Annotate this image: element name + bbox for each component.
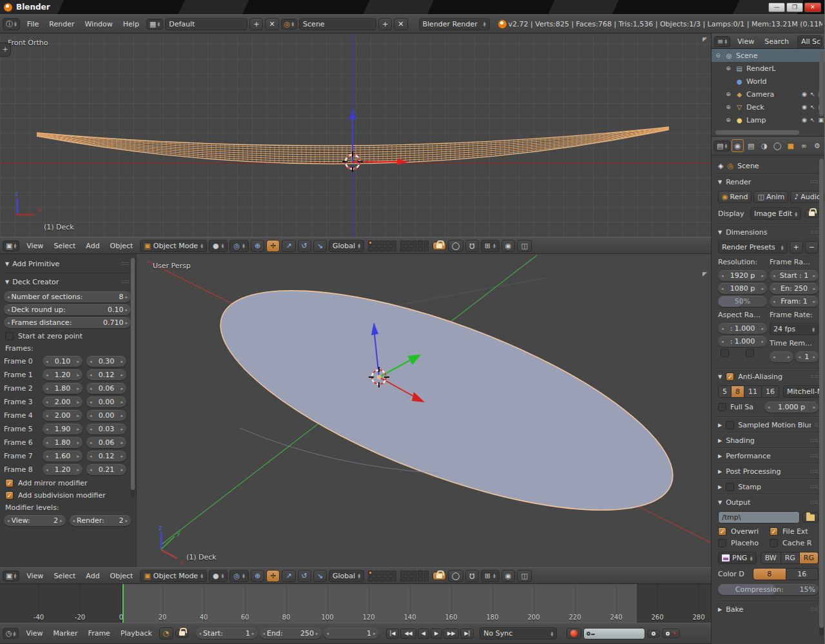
delete-keyframe-button[interactable]: ✕	[662, 629, 680, 638]
outliner-item-scene[interactable]: ⊖◎Scene	[712, 49, 825, 62]
pin-icon[interactable]: ◈	[718, 162, 723, 170]
layer-cell[interactable]	[412, 246, 417, 251]
layer-cell[interactable]	[368, 246, 373, 251]
sync-dropdown[interactable]: No Sync▲▼	[480, 627, 557, 639]
deck-round-up-field[interactable]: ◂Deck round up:0.10▸	[4, 304, 131, 315]
next-keyframe-button[interactable]: ▶▶	[443, 629, 459, 639]
crop-checkbox[interactable]	[746, 349, 754, 357]
menu-view[interactable]: View	[21, 240, 48, 252]
lock-time-button[interactable]	[175, 629, 189, 638]
region-corner-icon[interactable]: ◤	[703, 36, 707, 43]
mode-rgba[interactable]: RG	[800, 552, 819, 564]
manipulate-center-points-button[interactable]: ⊕	[251, 240, 264, 252]
section-output[interactable]: ▼Output∷∷	[717, 494, 820, 510]
translate-manipulator-button[interactable]: ↗	[282, 570, 295, 582]
frame-height-field[interactable]: ◂0.12▸	[86, 369, 126, 380]
current-frame-playhead[interactable]	[122, 584, 124, 623]
frame-width-field[interactable]: ◂2.00▸	[43, 410, 82, 421]
play-reverse-button[interactable]: ◀	[418, 629, 429, 639]
rotate-manipulator-button[interactable]: ↺	[298, 240, 311, 252]
menu-render[interactable]: Render	[44, 18, 79, 30]
scale-manipulator-button[interactable]: ↘	[313, 570, 327, 582]
frame-start-field[interactable]: ◂Start : 1▸	[770, 270, 819, 281]
layer-cell[interactable]	[412, 576, 417, 581]
add-subdivision-checkbox[interactable]: ✓	[5, 491, 14, 500]
outliner-hscrollbar[interactable]	[715, 130, 799, 135]
tool-shelf-scrollbar[interactable]	[131, 258, 135, 498]
menu-add[interactable]: Add	[81, 240, 104, 252]
frames-distance-field[interactable]: ◂Frames distance:0.710▸	[4, 317, 131, 328]
layer-cell[interactable]	[385, 246, 391, 251]
frame-start-field[interactable]: ◂Start:1▸	[196, 628, 258, 639]
tab-scene[interactable]: ◑	[758, 139, 770, 152]
menu-view[interactable]: View	[732, 35, 759, 48]
time-remap-old-field[interactable]: ◂▸	[770, 351, 793, 362]
frame-width-field[interactable]: ◂2.00▸	[43, 396, 82, 407]
opengl-render-button[interactable]: ◉	[501, 570, 516, 582]
pivot-point-dropdown[interactable]: ◎▲▼	[229, 240, 248, 252]
delete-layout-button[interactable]: ✕	[265, 18, 278, 30]
viewport-user-persp[interactable]: z y x User Persp (1) Deck ◤	[137, 254, 711, 567]
fps-dropdown[interactable]: 24 fps▲▼	[770, 323, 819, 335]
tab-render[interactable]: ◉	[732, 139, 744, 152]
menu-object[interactable]: Object	[105, 240, 139, 252]
aspect-x-field[interactable]: ◂: 1.000▸	[718, 323, 767, 334]
section-anti-aliasing[interactable]: ▼✓Anti-Aliasing∷∷	[717, 369, 820, 384]
frame-width-field[interactable]: ◂1.80▸	[43, 437, 82, 448]
maximize-button[interactable]: ❐	[786, 3, 803, 12]
expander-icon[interactable]: ⊖	[714, 52, 722, 59]
rotate-manipulator-button[interactable]: ↺	[298, 570, 311, 582]
frame-height-field[interactable]: ◂0.00▸	[86, 396, 126, 407]
frame-height-field[interactable]: ◂0.00▸	[86, 410, 126, 421]
menu-search[interactable]: Search	[759, 35, 794, 48]
menu-file[interactable]: File	[22, 18, 44, 30]
minimize-button[interactable]: —	[768, 3, 785, 12]
snap-element-dropdown[interactable]: ⊞▲▼	[481, 240, 500, 252]
translate-manipulator-button[interactable]: ↗	[282, 240, 295, 252]
current-frame-field[interactable]: ◂1▸	[324, 628, 379, 639]
frame-end-field[interactable]: ◂En: 250▸	[770, 283, 819, 294]
editor-type-button[interactable]: ▤▲▼	[713, 141, 730, 151]
overwrite-checkbox[interactable]: ✓	[718, 527, 726, 536]
play-button[interactable]: ▶	[431, 629, 442, 639]
opengl-render-anim-button[interactable]: ◫	[517, 240, 531, 252]
scale-manipulator-button[interactable]: ↘	[313, 240, 327, 252]
tab-world[interactable]: ◯	[772, 139, 784, 152]
section-performance[interactable]: ▶Performance∷∷	[717, 448, 820, 463]
auto-keyframe-button[interactable]	[567, 628, 581, 639]
section-bake[interactable]: ▶Bake∷∷	[717, 601, 820, 617]
scene-dropdown[interactable]: Scene	[299, 18, 376, 30]
renderability-camera-icon[interactable]: ▣	[818, 117, 824, 123]
frame-height-field[interactable]: ◂0.06▸	[86, 383, 126, 394]
render-button[interactable]: ◉Rend	[718, 191, 752, 203]
section-stamp[interactable]: ▶Stamp∷∷	[717, 479, 820, 494]
prev-keyframe-button[interactable]: ◀◀	[400, 629, 416, 639]
increment-arrow-icon[interactable]: ▸	[125, 295, 128, 300]
menu-marker[interactable]: Marker	[48, 627, 83, 639]
expander-icon[interactable]: ⊕	[724, 65, 732, 72]
layer-cell[interactable]	[423, 576, 429, 581]
frame-end-field[interactable]: ◂End:250▸	[260, 628, 322, 639]
frame-height-field[interactable]: ◂0.03▸	[86, 424, 126, 434]
layer-cell[interactable]	[385, 576, 391, 581]
output-path-field[interactable]: /tmp\	[718, 511, 800, 523]
section-dimensions[interactable]: ▼Dimensions∷∷	[717, 224, 820, 240]
layer-cell[interactable]	[391, 576, 396, 581]
close-button[interactable]: ✕	[804, 3, 821, 12]
layer-cell[interactable]	[380, 576, 385, 581]
visibility-eye-icon[interactable]: ◉	[802, 104, 807, 110]
manipulator-toggle-button[interactable]: ✛	[266, 570, 280, 582]
viewport-front-ortho[interactable]: z x Front Ortho (1) Deck + ◤	[0, 34, 711, 237]
snap-button[interactable]: Ω	[465, 570, 478, 582]
menu-select[interactable]: Select	[48, 240, 81, 252]
decrement-arrow-icon[interactable]: ◂	[7, 295, 10, 300]
layer-cell[interactable]	[400, 246, 405, 251]
aa-size-field[interactable]: ◂1.000 p▸	[764, 402, 819, 413]
visibility-eye-icon[interactable]: ◉	[802, 91, 807, 97]
snap-element-dropdown[interactable]: ⊞▲▼	[481, 570, 500, 582]
layer-cell[interactable]	[400, 576, 405, 581]
layer-cell[interactable]	[412, 571, 417, 576]
layer-cell[interactable]	[400, 240, 405, 246]
frame-height-field[interactable]: ◂0.30▸	[86, 356, 126, 367]
manipulate-center-points-button[interactable]: ⊕	[251, 570, 264, 582]
